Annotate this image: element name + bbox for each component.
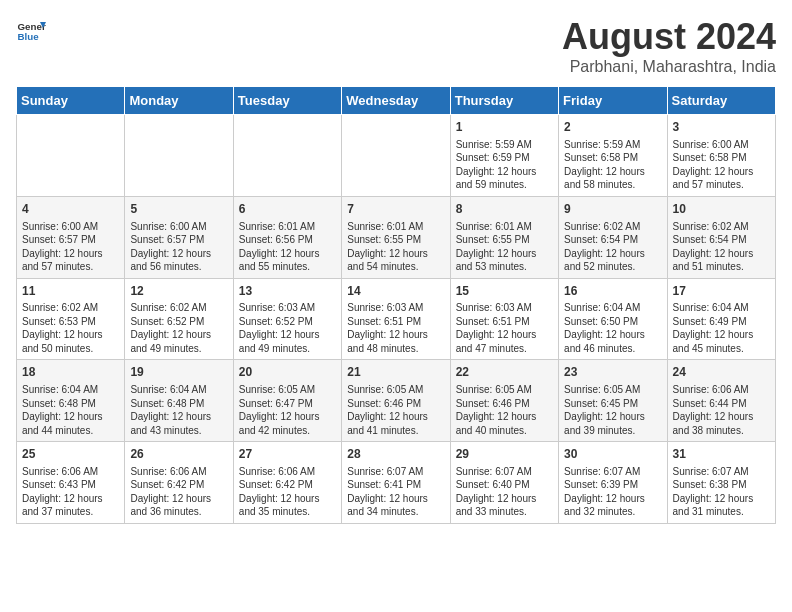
calendar-cell: 27Sunrise: 6:06 AM Sunset: 6:42 PM Dayli…: [233, 442, 341, 524]
day-info: Sunrise: 6:05 AM Sunset: 6:46 PM Dayligh…: [456, 383, 553, 437]
day-number: 12: [130, 283, 227, 300]
day-info: Sunrise: 5:59 AM Sunset: 6:59 PM Dayligh…: [456, 138, 553, 192]
day-number: 26: [130, 446, 227, 463]
day-number: 2: [564, 119, 661, 136]
calendar-cell: 17Sunrise: 6:04 AM Sunset: 6:49 PM Dayli…: [667, 278, 775, 360]
calendar-header-saturday: Saturday: [667, 87, 775, 115]
day-info: Sunrise: 6:06 AM Sunset: 6:42 PM Dayligh…: [130, 465, 227, 519]
day-info: Sunrise: 6:00 AM Sunset: 6:57 PM Dayligh…: [22, 220, 119, 274]
calendar-cell: 16Sunrise: 6:04 AM Sunset: 6:50 PM Dayli…: [559, 278, 667, 360]
day-info: Sunrise: 6:04 AM Sunset: 6:48 PM Dayligh…: [130, 383, 227, 437]
day-number: 6: [239, 201, 336, 218]
day-number: 13: [239, 283, 336, 300]
calendar-cell: 25Sunrise: 6:06 AM Sunset: 6:43 PM Dayli…: [17, 442, 125, 524]
day-info: Sunrise: 6:00 AM Sunset: 6:57 PM Dayligh…: [130, 220, 227, 274]
calendar-header-tuesday: Tuesday: [233, 87, 341, 115]
day-info: Sunrise: 6:07 AM Sunset: 6:40 PM Dayligh…: [456, 465, 553, 519]
calendar-cell: 18Sunrise: 6:04 AM Sunset: 6:48 PM Dayli…: [17, 360, 125, 442]
calendar-cell: 20Sunrise: 6:05 AM Sunset: 6:47 PM Dayli…: [233, 360, 341, 442]
day-number: 16: [564, 283, 661, 300]
svg-text:Blue: Blue: [18, 31, 40, 42]
calendar-cell: 31Sunrise: 6:07 AM Sunset: 6:38 PM Dayli…: [667, 442, 775, 524]
day-info: Sunrise: 6:02 AM Sunset: 6:54 PM Dayligh…: [673, 220, 770, 274]
day-info: Sunrise: 6:03 AM Sunset: 6:51 PM Dayligh…: [456, 301, 553, 355]
day-number: 24: [673, 364, 770, 381]
title-block: August 2024 Parbhani, Maharashtra, India: [562, 16, 776, 76]
calendar-header-row: SundayMondayTuesdayWednesdayThursdayFrid…: [17, 87, 776, 115]
calendar-week-row: 1Sunrise: 5:59 AM Sunset: 6:59 PM Daylig…: [17, 115, 776, 197]
day-number: 25: [22, 446, 119, 463]
day-info: Sunrise: 6:07 AM Sunset: 6:39 PM Dayligh…: [564, 465, 661, 519]
day-number: 3: [673, 119, 770, 136]
day-info: Sunrise: 6:03 AM Sunset: 6:52 PM Dayligh…: [239, 301, 336, 355]
calendar-cell: 15Sunrise: 6:03 AM Sunset: 6:51 PM Dayli…: [450, 278, 558, 360]
day-info: Sunrise: 6:05 AM Sunset: 6:46 PM Dayligh…: [347, 383, 444, 437]
calendar-cell: 26Sunrise: 6:06 AM Sunset: 6:42 PM Dayli…: [125, 442, 233, 524]
calendar-cell: 5Sunrise: 6:00 AM Sunset: 6:57 PM Daylig…: [125, 196, 233, 278]
day-number: 28: [347, 446, 444, 463]
calendar-week-row: 11Sunrise: 6:02 AM Sunset: 6:53 PM Dayli…: [17, 278, 776, 360]
calendar-cell: 21Sunrise: 6:05 AM Sunset: 6:46 PM Dayli…: [342, 360, 450, 442]
calendar-cell: 4Sunrise: 6:00 AM Sunset: 6:57 PM Daylig…: [17, 196, 125, 278]
day-info: Sunrise: 6:01 AM Sunset: 6:55 PM Dayligh…: [456, 220, 553, 274]
calendar-week-row: 4Sunrise: 6:00 AM Sunset: 6:57 PM Daylig…: [17, 196, 776, 278]
day-number: 1: [456, 119, 553, 136]
day-info: Sunrise: 6:07 AM Sunset: 6:41 PM Dayligh…: [347, 465, 444, 519]
day-info: Sunrise: 5:59 AM Sunset: 6:58 PM Dayligh…: [564, 138, 661, 192]
day-info: Sunrise: 6:07 AM Sunset: 6:38 PM Dayligh…: [673, 465, 770, 519]
day-number: 11: [22, 283, 119, 300]
day-number: 5: [130, 201, 227, 218]
calendar-cell: [233, 115, 341, 197]
calendar-cell: [125, 115, 233, 197]
calendar-cell: [17, 115, 125, 197]
calendar-cell: [342, 115, 450, 197]
page-header: General Blue August 2024 Parbhani, Mahar…: [16, 16, 776, 76]
day-info: Sunrise: 6:02 AM Sunset: 6:52 PM Dayligh…: [130, 301, 227, 355]
day-number: 30: [564, 446, 661, 463]
page-subtitle: Parbhani, Maharashtra, India: [562, 58, 776, 76]
calendar-cell: 7Sunrise: 6:01 AM Sunset: 6:55 PM Daylig…: [342, 196, 450, 278]
calendar-cell: 23Sunrise: 6:05 AM Sunset: 6:45 PM Dayli…: [559, 360, 667, 442]
day-info: Sunrise: 6:04 AM Sunset: 6:48 PM Dayligh…: [22, 383, 119, 437]
logo: General Blue: [16, 16, 46, 46]
day-number: 21: [347, 364, 444, 381]
day-info: Sunrise: 6:00 AM Sunset: 6:58 PM Dayligh…: [673, 138, 770, 192]
day-number: 15: [456, 283, 553, 300]
calendar-cell: 2Sunrise: 5:59 AM Sunset: 6:58 PM Daylig…: [559, 115, 667, 197]
calendar-header-thursday: Thursday: [450, 87, 558, 115]
day-info: Sunrise: 6:06 AM Sunset: 6:44 PM Dayligh…: [673, 383, 770, 437]
calendar-cell: 30Sunrise: 6:07 AM Sunset: 6:39 PM Dayli…: [559, 442, 667, 524]
calendar-cell: 11Sunrise: 6:02 AM Sunset: 6:53 PM Dayli…: [17, 278, 125, 360]
day-number: 20: [239, 364, 336, 381]
calendar-week-row: 25Sunrise: 6:06 AM Sunset: 6:43 PM Dayli…: [17, 442, 776, 524]
page-title: August 2024: [562, 16, 776, 58]
calendar-cell: 13Sunrise: 6:03 AM Sunset: 6:52 PM Dayli…: [233, 278, 341, 360]
day-number: 7: [347, 201, 444, 218]
day-info: Sunrise: 6:06 AM Sunset: 6:43 PM Dayligh…: [22, 465, 119, 519]
day-number: 14: [347, 283, 444, 300]
day-number: 23: [564, 364, 661, 381]
calendar-cell: 1Sunrise: 5:59 AM Sunset: 6:59 PM Daylig…: [450, 115, 558, 197]
day-number: 18: [22, 364, 119, 381]
day-info: Sunrise: 6:05 AM Sunset: 6:45 PM Dayligh…: [564, 383, 661, 437]
day-number: 27: [239, 446, 336, 463]
calendar-week-row: 18Sunrise: 6:04 AM Sunset: 6:48 PM Dayli…: [17, 360, 776, 442]
day-number: 8: [456, 201, 553, 218]
day-number: 4: [22, 201, 119, 218]
day-info: Sunrise: 6:04 AM Sunset: 6:49 PM Dayligh…: [673, 301, 770, 355]
calendar-cell: 6Sunrise: 6:01 AM Sunset: 6:56 PM Daylig…: [233, 196, 341, 278]
day-info: Sunrise: 6:01 AM Sunset: 6:56 PM Dayligh…: [239, 220, 336, 274]
calendar-header-sunday: Sunday: [17, 87, 125, 115]
day-number: 10: [673, 201, 770, 218]
day-number: 31: [673, 446, 770, 463]
calendar-header-friday: Friday: [559, 87, 667, 115]
calendar-cell: 14Sunrise: 6:03 AM Sunset: 6:51 PM Dayli…: [342, 278, 450, 360]
day-info: Sunrise: 6:06 AM Sunset: 6:42 PM Dayligh…: [239, 465, 336, 519]
calendar-cell: 22Sunrise: 6:05 AM Sunset: 6:46 PM Dayli…: [450, 360, 558, 442]
day-info: Sunrise: 6:05 AM Sunset: 6:47 PM Dayligh…: [239, 383, 336, 437]
calendar-cell: 9Sunrise: 6:02 AM Sunset: 6:54 PM Daylig…: [559, 196, 667, 278]
calendar-header-monday: Monday: [125, 87, 233, 115]
day-number: 17: [673, 283, 770, 300]
calendar-cell: 10Sunrise: 6:02 AM Sunset: 6:54 PM Dayli…: [667, 196, 775, 278]
calendar-cell: 8Sunrise: 6:01 AM Sunset: 6:55 PM Daylig…: [450, 196, 558, 278]
